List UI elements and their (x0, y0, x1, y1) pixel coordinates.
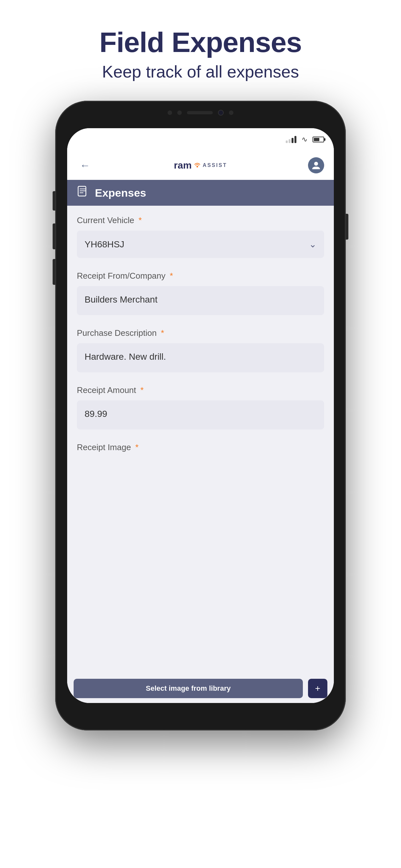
section-title-label: Expenses (95, 187, 146, 199)
bottom-action-bar: Select image from library + (67, 674, 334, 703)
sensor-dot-2 (177, 111, 182, 115)
required-marker-3: * (158, 328, 164, 338)
receipt-company-value: Builders Merchant (85, 294, 158, 305)
select-image-label: Select image from library (146, 684, 231, 693)
add-button[interactable]: + (308, 679, 328, 698)
receipt-icon (77, 186, 89, 197)
page-header: Field Expenses Keep track of all expense… (99, 26, 302, 82)
phone-sensors (167, 110, 234, 116)
form-content: Current Vehicle * YH68HSJ ⌄ Receipt From… (67, 206, 334, 703)
receipt-company-group: Receipt From/Company * Builders Merchant (77, 271, 324, 315)
current-vehicle-label: Current Vehicle * (77, 215, 324, 225)
receipt-amount-value: 89.99 (85, 409, 107, 419)
purchase-description-value: Hardware. New drill. (85, 352, 166, 362)
wifi-icon: ∿ (302, 135, 307, 144)
receipt-image-group: Receipt Image * (77, 442, 324, 453)
volume-up-button (53, 223, 55, 249)
receipt-company-label: Receipt From/Company * (77, 271, 324, 281)
sensor-dot-3 (229, 111, 234, 115)
back-arrow-icon: ← (80, 159, 90, 172)
receipt-amount-input[interactable]: 89.99 (77, 400, 324, 430)
receipt-image-label: Receipt Image * (77, 442, 324, 453)
app-logo: ram ASSIST (174, 160, 227, 171)
section-title-bar: Expenses (67, 180, 334, 206)
logo-sub-text: ASSIST (203, 163, 227, 168)
svg-point-0 (196, 166, 198, 167)
required-marker: * (136, 215, 142, 225)
chevron-down-icon: ⌄ (309, 239, 316, 250)
volume-down-button (53, 259, 55, 285)
current-vehicle-dropdown[interactable]: YH68HSJ ⌄ (77, 230, 324, 258)
battery-icon (312, 136, 324, 143)
signal-bar-3 (291, 138, 294, 143)
purchase-description-label: Purchase Description * (77, 328, 324, 338)
status-bar: ∿ (67, 128, 334, 151)
power-button (346, 214, 348, 240)
signal-strength-icon (286, 136, 297, 143)
phone-screen: ∿ ← ram (67, 128, 334, 703)
expenses-icon (77, 186, 89, 200)
phone-frame: ∿ ← ram (55, 101, 346, 731)
required-marker-2: * (167, 271, 173, 281)
battery-fill (314, 138, 319, 141)
required-marker-4: * (138, 385, 144, 395)
page-title: Field Expenses (99, 26, 302, 59)
current-vehicle-value: YH68HSJ (85, 239, 124, 250)
profile-icon (311, 160, 321, 170)
profile-button[interactable] (308, 157, 324, 174)
required-marker-5: * (133, 442, 138, 452)
current-vehicle-group: Current Vehicle * YH68HSJ ⌄ (77, 215, 324, 258)
page-subtitle: Keep track of all expenses (99, 62, 302, 82)
select-image-button[interactable]: Select image from library (73, 679, 303, 698)
signal-bar-1 (286, 141, 288, 143)
mute-button (53, 191, 55, 211)
purchase-description-group: Purchase Description * Hardware. New dri… (77, 328, 324, 372)
logo-wifi-icon (194, 162, 201, 169)
signal-bar-4 (295, 136, 297, 143)
sensor-dot-1 (167, 111, 172, 115)
receipt-amount-group: Receipt Amount * 89.99 (77, 385, 324, 430)
svg-point-1 (314, 162, 318, 166)
purchase-description-input[interactable]: Hardware. New drill. (77, 343, 324, 372)
back-button[interactable]: ← (77, 157, 93, 174)
signal-bar-2 (289, 139, 290, 143)
receipt-company-input[interactable]: Builders Merchant (77, 286, 324, 315)
plus-icon: + (315, 683, 320, 693)
logo-main-text: ram (174, 160, 192, 171)
receipt-amount-label: Receipt Amount * (77, 385, 324, 395)
app-header: ← ram ASSIST (67, 151, 334, 180)
speaker-grille (187, 111, 213, 114)
front-camera (218, 110, 224, 116)
